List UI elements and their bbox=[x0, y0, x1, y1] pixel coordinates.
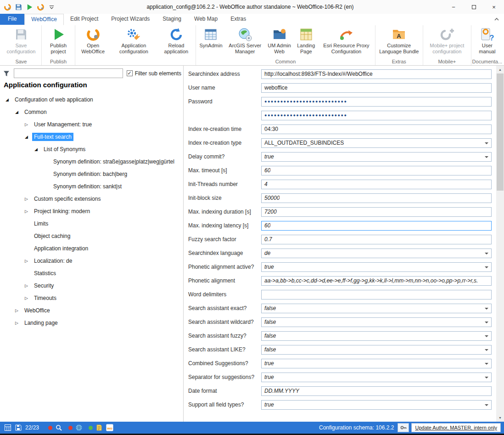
chevron-down-icon[interactable] bbox=[485, 266, 488, 268]
tree-item-configuration-of-web-application[interactable]: ◢Configuration of web application bbox=[3, 93, 183, 106]
ribbon-button-arcgis-server-manager[interactable]: ArcGIS Server Manager bbox=[225, 26, 266, 55]
collapse-ribbon-icon[interactable] bbox=[493, 16, 500, 23]
input-max-timeout-s[interactable]: 60 bbox=[261, 166, 492, 175]
chevron-down-icon[interactable] bbox=[485, 404, 488, 406]
chevron-down-icon[interactable] bbox=[485, 335, 488, 337]
select-phonetic-alignment-active[interactable]: true bbox=[261, 262, 492, 272]
input-searchindex-address[interactable]: http://localhost:8983/FTS-Index/#/WebOff… bbox=[261, 69, 492, 79]
scrollbar-thumb[interactable] bbox=[497, 73, 504, 191]
tree-item-project-linking-modern[interactable]: ▷Project linking: modern bbox=[3, 205, 183, 217]
input-password[interactable]: ●●●●●●●●●●●●●●●●●●●●●●●●●● bbox=[261, 97, 492, 107]
chevron-down-icon[interactable] bbox=[485, 363, 488, 365]
ribbon-button-publish-project[interactable]: Publish project bbox=[43, 26, 74, 55]
input-password-confirm[interactable]: ●●●●●●●●●●●●●●●●●●●●●●●●●● bbox=[261, 111, 492, 120]
tab-project-wizards[interactable]: Project Wizards bbox=[105, 14, 156, 25]
tree-item-statistics[interactable]: Statistics bbox=[3, 267, 183, 279]
tab-staging[interactable]: Staging bbox=[156, 14, 188, 25]
scroll-up-arrow-icon[interactable]: ▲ bbox=[496, 66, 504, 73]
window-maximize-button[interactable] bbox=[464, 0, 484, 14]
tree-item-timeouts[interactable]: ▷Timeouts bbox=[3, 292, 183, 304]
collapse-arrow-icon[interactable]: ◢ bbox=[25, 135, 32, 139]
status-search-icon[interactable] bbox=[55, 424, 62, 432]
vertical-scrollbar[interactable]: ▲ ▼ bbox=[496, 66, 504, 422]
expand-arrow-icon[interactable]: ▷ bbox=[25, 209, 32, 214]
input-user-name[interactable]: weboffice bbox=[261, 83, 492, 93]
update-author-button[interactable]: Update Author, MASTER, intern only bbox=[411, 423, 501, 432]
select-search-assistant-wildcard[interactable]: false bbox=[261, 317, 492, 327]
input-index-re-creation-time[interactable]: 04:30 bbox=[261, 124, 492, 134]
tree-item-full-text-search[interactable]: ◢Full-text search bbox=[3, 130, 183, 143]
tree-item-synonym-definition-bach-berg[interactable]: Synonym definition: bach|berg bbox=[3, 168, 183, 180]
select-search-assistant-like[interactable]: false bbox=[261, 345, 492, 355]
input-init-block-size[interactable]: 50000 bbox=[261, 193, 492, 203]
select-search-assistant-exact[interactable]: false bbox=[261, 304, 492, 313]
select-combined-suggestions[interactable]: true bbox=[261, 359, 492, 368]
input-max-indexing-latency-s[interactable]: 60 bbox=[261, 221, 492, 231]
tree-item-custom-specific-extensions[interactable]: ▷Custom specific extensions bbox=[3, 192, 183, 205]
tree-item-limits[interactable]: Limits bbox=[3, 217, 183, 230]
ribbon-button-reload-application[interactable]: Reload application bbox=[157, 26, 195, 55]
ribbon-button-user-manual[interactable]: ?User manual bbox=[472, 26, 502, 55]
chevron-down-icon[interactable] bbox=[485, 156, 488, 158]
tab-file[interactable]: File bbox=[0, 14, 24, 25]
tree-item-application-integration[interactable]: Application integration bbox=[3, 242, 183, 254]
tree-item-synonym-definition-sankt-st[interactable]: Synonym definition: sankt|st bbox=[3, 180, 183, 192]
chevron-down-icon[interactable] bbox=[485, 322, 488, 323]
window-minimize-button[interactable]: − bbox=[443, 0, 464, 14]
status-disk-icon[interactable] bbox=[14, 424, 22, 432]
ribbon-button-synadmin[interactable]: SynAdmin bbox=[197, 26, 224, 49]
tab-web-map[interactable]: Web Map bbox=[188, 14, 224, 25]
ribbon-button-customize-language-bundle[interactable]: ACustomize Language Bundle bbox=[376, 26, 422, 55]
tab-edit-project[interactable]: Edit Project bbox=[64, 14, 105, 25]
chevron-down-icon[interactable] bbox=[485, 142, 488, 144]
ribbon-button-open-weboffice[interactable]: Open WebOffice bbox=[76, 26, 110, 55]
expand-arrow-icon[interactable]: ▷ bbox=[25, 259, 32, 263]
chevron-down-icon[interactable] bbox=[485, 377, 488, 379]
expand-arrow-icon[interactable]: ▷ bbox=[25, 296, 32, 300]
input-date-format[interactable]: DD.MM.YYYY bbox=[261, 386, 492, 396]
tree-item-synonym-definition-stra-e-gasse-platz-we[interactable]: Synonym definition: straße|gasse|platz|w… bbox=[3, 155, 183, 168]
tree-item-common[interactable]: ◢Common bbox=[3, 106, 183, 118]
select-separator-for-suggestions[interactable]: true bbox=[261, 373, 492, 382]
tree-item-object-caching[interactable]: Object caching bbox=[3, 230, 183, 242]
select-delay-commit[interactable]: true bbox=[261, 152, 492, 162]
input-word-delimiters[interactable] bbox=[261, 290, 492, 299]
input-fuzzy-search-factor[interactable]: 0.7 bbox=[261, 235, 492, 244]
ribbon-button-esri-resource-proxy-configuration[interactable]: Esri Resource Proxy Configuration bbox=[319, 26, 374, 55]
chevron-down-icon[interactable] bbox=[485, 253, 488, 254]
quick-weboffice-icon[interactable] bbox=[36, 2, 45, 11]
select-searchindex-language[interactable]: de bbox=[261, 249, 492, 258]
tree-item-user-management-true[interactable]: ▷User Management: true bbox=[3, 118, 183, 130]
input-init-threads-number[interactable]: 4 bbox=[261, 180, 492, 189]
tab-weboffice[interactable]: WebOffice bbox=[24, 14, 64, 25]
collapse-arrow-icon[interactable]: ◢ bbox=[6, 97, 13, 102]
ribbon-button-application-configuration[interactable]: Application configuration bbox=[110, 26, 157, 55]
tree-item-weboffice[interactable]: ▷WebOffice bbox=[3, 304, 183, 316]
status-notes-icon[interactable] bbox=[95, 424, 103, 432]
quick-save-icon[interactable] bbox=[14, 2, 23, 11]
quick-publish-icon[interactable] bbox=[25, 2, 34, 11]
expand-arrow-icon[interactable]: ▷ bbox=[15, 308, 22, 313]
ribbon-button-landing-page[interactable]: Landing Page bbox=[293, 26, 319, 55]
tree-item-list-of-synonyms[interactable]: ◢List of Synonyms bbox=[3, 143, 183, 155]
expand-arrow-icon[interactable]: ▷ bbox=[25, 283, 32, 288]
tree-item-security[interactable]: ▷Security bbox=[3, 279, 183, 292]
window-close-button[interactable]: × bbox=[484, 0, 504, 14]
filter-sub-elements-checkbox[interactable]: ✓ bbox=[127, 70, 133, 76]
select-index-re-creation-type[interactable]: ALL_OUTDATED_SUBINDICES bbox=[261, 138, 492, 148]
key-button[interactable] bbox=[398, 423, 409, 432]
collapse-arrow-icon[interactable]: ◢ bbox=[34, 147, 42, 152]
ribbon-button-um-admin-web[interactable]: UM Admin Web bbox=[265, 26, 293, 55]
collapse-arrow-icon[interactable]: ◢ bbox=[15, 110, 22, 114]
input-max-indexing-duration-s[interactable]: 7200 bbox=[261, 207, 492, 217]
select-support-all-field-types[interactable]: true bbox=[261, 400, 492, 410]
chevron-down-icon[interactable] bbox=[485, 308, 488, 310]
select-search-assistant-fuzzy[interactable]: false bbox=[261, 331, 492, 341]
filter-input[interactable] bbox=[14, 68, 123, 78]
scroll-down-arrow-icon[interactable]: ▼ bbox=[496, 414, 504, 422]
quick-access-dropdown-icon[interactable] bbox=[47, 2, 56, 11]
tree-item-landing-page[interactable]: ▷Landing page bbox=[3, 316, 183, 329]
expand-arrow-icon[interactable]: ▷ bbox=[15, 321, 22, 325]
weboffice-status-icon[interactable]: wo bbox=[106, 424, 113, 432]
status-globe-icon[interactable] bbox=[75, 424, 83, 432]
